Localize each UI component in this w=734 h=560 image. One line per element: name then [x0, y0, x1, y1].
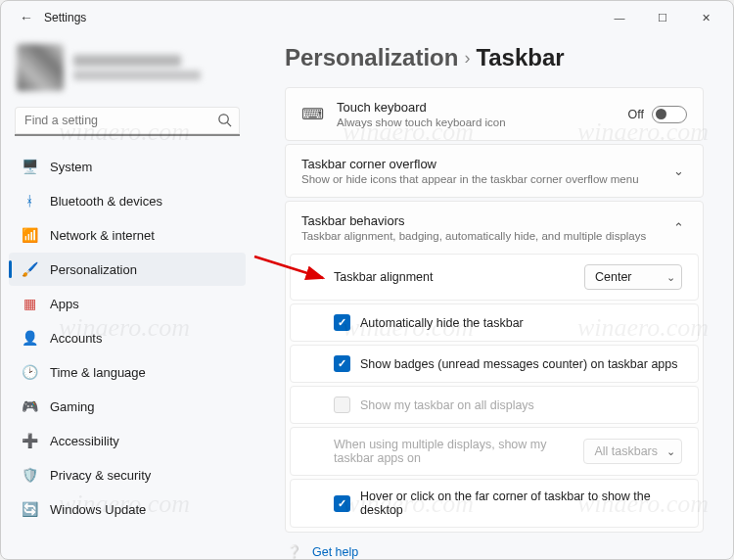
svg-point-0: [219, 115, 228, 123]
multi-display-value: All taskbars: [594, 444, 658, 458]
nav-icon: ➕: [21, 433, 38, 448]
sidebar: 🖥️SystemᚼBluetooth & devices📶Network & i…: [1, 34, 253, 559]
main-panel: Personalization › Taskbar ⌨ Touch keyboa…: [253, 34, 733, 559]
account-header[interactable]: [9, 40, 246, 105]
sidebar-item-accounts[interactable]: 👤Accounts: [9, 321, 246, 354]
sidebar-item-label: Time & language: [50, 365, 146, 380]
alignment-value: Center: [595, 270, 632, 284]
all-displays-checkbox: [334, 397, 350, 413]
touch-keyboard-subtitle: Always show touch keyboard icon: [337, 117, 615, 128]
overflow-row[interactable]: Taskbar corner overflow Show or hide ico…: [285, 144, 704, 198]
badges-row[interactable]: ✓ Show badges (unread messages counter) …: [291, 346, 698, 382]
nav-icon: ▦: [21, 296, 38, 311]
chevron-right-icon: ›: [464, 48, 470, 69]
chevron-up-icon: ⌃: [669, 220, 687, 235]
sidebar-item-windows-update[interactable]: 🔄Windows Update: [9, 492, 246, 526]
far-corner-row[interactable]: ✓ Hover or click on the far corner of ta…: [291, 480, 698, 527]
overflow-title: Taskbar corner overflow: [301, 157, 656, 171]
multi-display-label: When using multiple displays, show my ta…: [334, 438, 559, 465]
multi-display-row: When using multiple displays, show my ta…: [291, 428, 698, 475]
auto-hide-label: Automatically hide the taskbar: [360, 316, 524, 330]
nav-icon: 🖌️: [21, 261, 38, 277]
behaviors-subtitle: Taskbar alignment, badging, automaticall…: [301, 230, 656, 242]
sidebar-item-bluetooth-devices[interactable]: ᚼBluetooth & devices: [9, 184, 246, 217]
sidebar-item-personalization[interactable]: 🖌️Personalization: [9, 253, 246, 286]
sidebar-item-apps[interactable]: ▦Apps: [9, 287, 246, 320]
back-button[interactable]: ←: [13, 10, 40, 25]
behaviors-group: Taskbar behaviors Taskbar alignment, bad…: [285, 201, 704, 533]
sidebar-item-label: Privacy & security: [50, 468, 151, 483]
sidebar-item-label: Apps: [50, 297, 79, 311]
sidebar-item-system[interactable]: 🖥️System: [9, 150, 246, 183]
minimize-button[interactable]: —: [598, 3, 641, 32]
chevron-down-icon: ⌄: [666, 445, 675, 458]
keyboard-icon: ⌨: [301, 105, 323, 123]
behaviors-title: Taskbar behaviors: [301, 213, 656, 228]
sidebar-item-label: Accounts: [50, 331, 102, 346]
alignment-row: Taskbar alignment Center ⌄: [291, 255, 698, 300]
breadcrumb: Personalization › Taskbar: [285, 44, 704, 71]
touch-keyboard-toggle-label: Off: [628, 108, 644, 121]
breadcrumb-parent[interactable]: Personalization: [285, 44, 458, 71]
nav-icon: 🖥️: [21, 159, 38, 174]
sidebar-item-label: Gaming: [50, 399, 95, 414]
nav-icon: 🔄: [21, 501, 38, 517]
nav-icon: ᚼ: [21, 193, 38, 209]
account-email: [73, 70, 201, 80]
sidebar-item-time-language[interactable]: 🕑Time & language: [9, 355, 246, 389]
sidebar-item-label: Network & internet: [50, 228, 155, 243]
search-input[interactable]: [15, 107, 240, 136]
touch-keyboard-title: Touch keyboard: [337, 100, 615, 115]
sidebar-item-network-internet[interactable]: 📶Network & internet: [9, 218, 246, 252]
nav-icon: 📶: [21, 227, 38, 243]
sidebar-item-accessibility[interactable]: ➕Accessibility: [9, 424, 246, 457]
svg-line-1: [227, 122, 231, 126]
nav-list: 🖥️SystemᚼBluetooth & devices📶Network & i…: [9, 150, 246, 526]
overflow-subtitle: Show or hide icons that appear in the ta…: [301, 173, 656, 185]
sidebar-item-gaming[interactable]: 🎮Gaming: [9, 390, 246, 423]
badges-checkbox[interactable]: ✓: [334, 355, 350, 372]
nav-icon: 🎮: [21, 398, 38, 414]
far-corner-checkbox[interactable]: ✓: [334, 495, 350, 512]
sidebar-item-label: Accessibility: [50, 434, 119, 448]
all-displays-label: Show my taskbar on all displays: [360, 398, 534, 412]
help-icon: ❔: [287, 544, 302, 559]
chevron-down-icon: ⌄: [669, 163, 687, 178]
touch-keyboard-toggle[interactable]: [652, 106, 687, 123]
sidebar-item-label: Bluetooth & devices: [50, 194, 162, 209]
touch-keyboard-row[interactable]: ⌨ Touch keyboard Always show touch keybo…: [285, 87, 704, 141]
chevron-down-icon: ⌄: [666, 271, 675, 284]
multi-display-dropdown: All taskbars ⌄: [583, 439, 682, 464]
far-corner-label: Hover or click on the far corner of task…: [360, 490, 682, 517]
breadcrumb-current: Taskbar: [476, 44, 564, 71]
search-icon: [217, 113, 232, 131]
avatar: [17, 44, 64, 91]
get-help-link[interactable]: ❔ Get help: [285, 540, 704, 559]
behaviors-header[interactable]: Taskbar behaviors Taskbar alignment, bad…: [286, 202, 703, 254]
nav-icon: 🛡️: [21, 467, 38, 483]
account-name: [73, 55, 181, 67]
titlebar: ← Settings — ☐ ✕: [1, 1, 733, 34]
nav-icon: 🕑: [21, 364, 38, 380]
auto-hide-row[interactable]: ✓ Automatically hide the taskbar: [291, 304, 698, 341]
alignment-dropdown[interactable]: Center ⌄: [584, 264, 682, 290]
badges-label: Show badges (unread messages counter) on…: [360, 357, 678, 371]
all-displays-row: Show my taskbar on all displays: [291, 387, 698, 423]
sidebar-item-label: System: [50, 160, 92, 174]
sidebar-item-privacy-security[interactable]: 🛡️Privacy & security: [9, 458, 246, 491]
window-title: Settings: [44, 11, 86, 24]
close-button[interactable]: ✕: [684, 3, 727, 32]
sidebar-item-label: Windows Update: [50, 502, 146, 517]
maximize-button[interactable]: ☐: [641, 3, 684, 32]
nav-icon: 👤: [21, 330, 38, 346]
sidebar-item-label: Personalization: [50, 262, 137, 277]
alignment-label: Taskbar alignment: [334, 270, 433, 284]
auto-hide-checkbox[interactable]: ✓: [334, 314, 350, 331]
